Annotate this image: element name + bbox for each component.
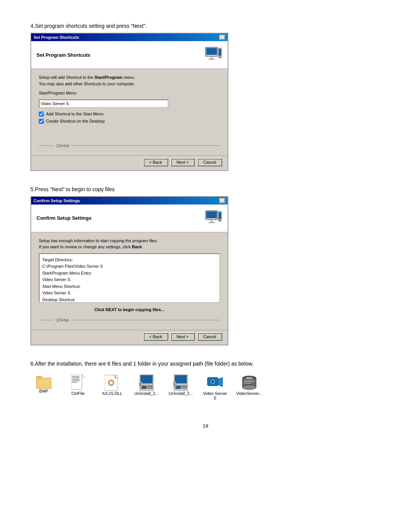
svg-rect-58 (244, 380, 255, 382)
svg-rect-9 (206, 211, 217, 218)
checkbox-start-menu[interactable] (39, 112, 44, 117)
dialog1-body: Setup will add Shortcut to the Start/Pro… (31, 69, 228, 155)
file-item-uninstall2: UnInstall_2... (167, 374, 194, 396)
svg-rect-21 (72, 376, 80, 377)
file-item-videoserver: Video Server S (202, 374, 228, 400)
dialog2-header-title: Confirm Setup Settings (37, 215, 91, 221)
dialog1-cancel-button[interactable]: Cancel (197, 158, 222, 166)
page-number: 19 (30, 423, 381, 429)
file-item-ctrlfile: CtrlFile (65, 374, 91, 396)
dialog2-cancel-button[interactable]: Cancel (197, 332, 222, 341)
videoserver-exe-icon (241, 374, 258, 391)
svg-point-14 (220, 220, 221, 221)
svg-rect-35 (140, 375, 153, 383)
checkbox-desktop-row: Create Shortcut on the Desktop (39, 119, 220, 124)
file-label-bmp: BMP (39, 389, 48, 393)
svg-rect-46 (182, 386, 187, 387)
svg-rect-7 (219, 56, 221, 56)
files-row: BMP CtrlFile (30, 374, 381, 400)
svg-rect-31 (110, 385, 112, 386)
svg-rect-2 (211, 56, 212, 59)
svg-point-6 (220, 57, 221, 58)
step5-label: 5.Press “Next” to begin to copy files (30, 186, 381, 192)
dialog2-next-button[interactable]: Next > (170, 332, 195, 341)
confirm-start-menu-label: Start Menu Shortcut: (42, 283, 217, 290)
dialog1-field-label: Start/Program Menu (39, 90, 220, 96)
confirm-program-menu-label: Start/Program Menu Entry: (42, 270, 217, 277)
svg-rect-1 (206, 48, 217, 55)
dialog1-brand: QSetup (56, 144, 69, 148)
program-menu-input[interactable] (39, 99, 168, 108)
dialog2-title: Confirm Setup Settings (33, 198, 80, 203)
svg-rect-41 (140, 383, 141, 387)
file-item-bmp: BMP (30, 374, 57, 393)
svg-rect-10 (211, 220, 212, 222)
svg-rect-49 (174, 383, 175, 387)
svg-marker-51 (218, 377, 223, 387)
svg-rect-47 (182, 388, 187, 389)
svg-rect-32 (108, 382, 109, 383)
dialog1-header: Set Program Shortcuts (31, 41, 228, 69)
confirm-start-menu-value: Video Server S (42, 290, 217, 297)
dialog1-next-button[interactable]: Next > (170, 158, 195, 166)
svg-rect-5 (219, 49, 221, 56)
svg-rect-30 (110, 380, 112, 381)
dialog1-close-button[interactable]: ✕ (219, 35, 225, 40)
svg-rect-33 (113, 382, 114, 383)
checkbox-start-menu-row: Add Shortcut to the Start Menu (39, 112, 220, 117)
confirm-program-menu-value: Video Server S (42, 276, 217, 283)
dialog2-brand: QSetup (56, 318, 69, 322)
svg-rect-25 (72, 382, 77, 383)
svg-point-29 (110, 381, 113, 384)
dialog2-close-button[interactable]: ✕ (219, 198, 225, 203)
file-item-dll: IUL15.DLL (99, 374, 126, 396)
dialog2-body: Setup has enough information to start co… (31, 232, 228, 330)
svg-rect-11 (209, 222, 215, 223)
svg-point-57 (245, 377, 253, 379)
file-label-videoserver-exe: VideoServer... (236, 391, 263, 396)
confirm-target-dir-value: C:\Program Files\Video Server S (42, 263, 217, 270)
dialog2-header-icon (204, 209, 222, 227)
dialog1-title: Set Program Shortcuts (33, 35, 79, 40)
checkbox-desktop[interactable] (39, 119, 44, 124)
confirm-box[interactable]: Target Directory: C:\Program Files\Video… (39, 253, 220, 303)
folder-icon (36, 376, 51, 389)
dialog2-body-text: Setup has enough information to start co… (39, 238, 220, 250)
svg-rect-22 (72, 377, 80, 378)
dialog1-back-button[interactable]: < Back (143, 158, 168, 166)
dialog1-titlebar: Set Program Shortcuts ✕ (31, 34, 228, 41)
svg-rect-24 (72, 380, 80, 381)
svg-rect-39 (147, 388, 153, 389)
svg-rect-3 (209, 59, 215, 60)
dialog2-titlebar: Confirm Setup Settings ✕ (31, 197, 228, 204)
videoserver-icon (207, 374, 223, 391)
uninstall1-icon (139, 374, 154, 391)
confirm-desktop-label: Desktop Shortcut: (42, 297, 217, 302)
dialog2-buttons: < Back Next > Cancel (31, 330, 228, 345)
file-label-videoserver-s: Video Server S (202, 391, 228, 400)
file-label-ctrlfile: CtrlFile (72, 391, 85, 396)
dialog2-header: Confirm Setup Settings (31, 204, 228, 232)
svg-point-53 (212, 380, 214, 383)
svg-rect-43 (175, 375, 187, 383)
svg-rect-13 (219, 212, 221, 219)
svg-rect-38 (147, 386, 153, 387)
dialog1-brand-line: QSetup (39, 144, 220, 148)
confirm-setup-dialog: Confirm Setup Settings ✕ Confirm Setup S… (30, 196, 228, 346)
ctrlfile-icon (71, 374, 85, 391)
file-label-dll: IUL15.DLL (102, 391, 123, 396)
dll-icon (105, 374, 120, 391)
svg-rect-23 (72, 379, 80, 380)
dialog1-header-title: Set Program Shortcuts (37, 52, 91, 58)
file-item-uninstall1: UnInstall_2... (133, 374, 160, 396)
file-item-videoserver-exe: VideoServer... (236, 374, 263, 396)
svg-rect-59 (244, 383, 252, 383)
file-label-uninstall1: UnInstall_2... (134, 391, 159, 396)
svg-point-56 (242, 385, 256, 390)
step6-section: 6.After the installation, there are 6 fi… (30, 361, 381, 400)
svg-rect-15 (219, 219, 221, 220)
dialog1-header-icon (204, 46, 222, 64)
dialog2-back-button[interactable]: < Back (143, 332, 168, 341)
confirm-target-dir-label: Target Directory: (42, 257, 217, 264)
step6-label: 6.After the installation, there are 6 fi… (30, 361, 381, 367)
